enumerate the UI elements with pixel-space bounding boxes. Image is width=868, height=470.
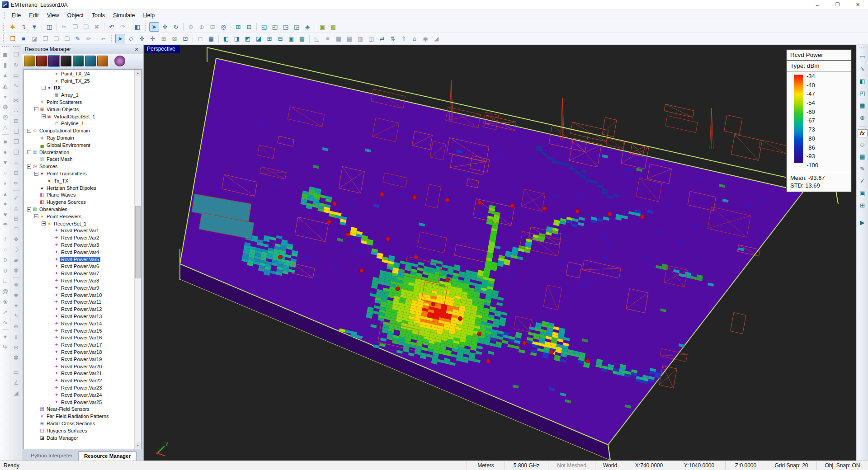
display-2-icon[interactable]: ▦	[206, 34, 216, 43]
script-window-icon[interactable]: ◧	[132, 22, 142, 32]
rotate-copy-icon[interactable]: ↻	[12, 60, 21, 70]
cone-icon[interactable]: ▲	[1, 70, 10, 80]
box-solid-icon[interactable]: ▣	[286, 34, 296, 43]
product-xf-icon[interactable]	[24, 56, 35, 66]
tree-item-label[interactable]: Rcvd Power.Var19	[60, 357, 103, 362]
tree-item-label[interactable]: Ray Domain	[45, 135, 75, 141]
tree-item-label[interactable]: Rcvd Power.Var22	[60, 378, 103, 383]
new-project-icon[interactable]: ❒	[8, 34, 18, 43]
moon-icon[interactable]: ☽	[12, 245, 21, 254]
tree-item[interactable]: ●Point_TX_24	[24, 70, 134, 77]
box-grid-icon[interactable]: ⊞	[264, 34, 274, 43]
mirror-icon[interactable]: ⋈	[12, 95, 21, 105]
tree-item[interactable]: ✦Rcvd Power.Var13	[24, 313, 134, 320]
tree-item-label[interactable]: Virtual Objects	[45, 107, 80, 112]
tree-item-label[interactable]: Point Transmitters	[45, 171, 88, 176]
tree-item[interactable]: ✦Rcvd Power.Var24	[24, 391, 134, 399]
antenna-icon[interactable]: Ψ	[1, 343, 10, 352]
tree-item[interactable]: ◰Huygens Surfaces	[24, 427, 134, 434]
terrain-icon[interactable]: ◢	[431, 34, 441, 43]
tree-item-label[interactable]: Rcvd Power.Var3	[60, 242, 100, 248]
tree-item[interactable]: ✦Rcvd Power.Var23	[24, 384, 134, 391]
orbit-icon[interactable]: ↻	[171, 22, 181, 32]
product-hub-icon[interactable]	[114, 56, 125, 66]
tree-item-label[interactable]: Rcvd Power.Var25	[60, 400, 103, 405]
oval-icon[interactable]: 0	[1, 255, 10, 265]
subtract-icon[interactable]: ⊟	[12, 214, 21, 223]
output-monitor-icon[interactable]: ▣	[858, 188, 868, 198]
tree-expander-icon[interactable]	[34, 214, 38, 218]
circle-icon[interactable]: ●	[1, 147, 10, 157]
tree-item-label[interactable]: Rcvd Power.Var14	[60, 321, 103, 326]
tree-item-label[interactable]: Observables	[38, 207, 69, 212]
tree-item[interactable]: ✦Rcvd Power.Var9	[24, 284, 134, 291]
scroll-down-icon[interactable]: ▼	[135, 442, 141, 449]
toolbar-drag-handle[interactable]	[3, 24, 5, 31]
minimize-button[interactable]: –	[807, 0, 827, 9]
tree-item-label[interactable]: Global Environment	[45, 142, 92, 148]
product-insite-icon[interactable]	[85, 56, 96, 66]
select-touch-icon[interactable]: ✜	[137, 34, 147, 43]
eraser-icon[interactable]: ◪	[29, 34, 39, 43]
triangle-icon[interactable]: ▴	[1, 189, 10, 198]
measure-icon[interactable]: ≡	[323, 34, 333, 43]
print-icon[interactable]: ◫	[44, 22, 54, 32]
tree-item-label[interactable]: Rcvd Power.Var21	[60, 371, 103, 376]
grid-toggle-icon[interactable]: ▣	[317, 22, 327, 32]
product-wind-icon[interactable]	[97, 56, 108, 66]
clipboard-3-icon[interactable]: ❏	[62, 34, 72, 43]
menu-file[interactable]: File	[8, 11, 25, 20]
material-icon[interactable]: ■	[19, 34, 28, 43]
unfold-box-icon[interactable]: ◰	[858, 88, 868, 99]
menu-object[interactable]: Object	[63, 11, 88, 20]
edit-script-icon[interactable]: ✎	[858, 163, 868, 174]
tree-item[interactable]: ✦Rcvd Power.Var7	[24, 270, 134, 277]
tree-item-label[interactable]: Rcvd Power.Var11	[60, 299, 103, 305]
tree-item-label[interactable]: Rcvd Power.Var23	[60, 385, 103, 390]
delete-icon[interactable]: ✖	[92, 22, 102, 32]
tree-item-label[interactable]: Huygens Sources	[45, 199, 87, 205]
tab-resource-manager[interactable]: Resource Manager	[78, 451, 137, 461]
tree-item-label[interactable]: Huygens Surfaces	[45, 428, 89, 433]
toolbar-drag-handle[interactable]	[13, 46, 19, 48]
corner-arrow-icon[interactable]: ↰	[12, 311, 21, 321]
calculator-icon[interactable]: ⊞	[858, 200, 868, 211]
zoom-out-icon[interactable]: ⊖	[186, 22, 196, 32]
zoom-fit-icon[interactable]: ◎	[218, 22, 228, 32]
wave-edit-icon[interactable]: ∿	[12, 81, 21, 90]
tree-item[interactable]: ✦Rcvd Power.Var17	[24, 341, 134, 348]
toolbar-drag-handle[interactable]	[111, 35, 113, 42]
tree-item[interactable]: ✦Rcvd Power.Var22	[24, 377, 134, 384]
copy-a-icon[interactable]: ❏	[12, 127, 21, 136]
tree-item-label[interactable]: Point_TX_24	[60, 71, 91, 76]
view-back-icon[interactable]: ◲	[292, 22, 302, 32]
tree-expander-icon[interactable]	[27, 150, 31, 154]
rosette-icon[interactable]: ❈	[12, 322, 21, 331]
tree-item[interactable]: ✦Rcvd Power.Var16	[24, 334, 134, 341]
ring-icon[interactable]: ○	[1, 245, 10, 254]
tree-item-label[interactable]: Discretization	[38, 150, 71, 155]
view-grid-icon[interactable]: ⊞	[233, 22, 243, 32]
toolbar-drag-handle[interactable]	[3, 35, 5, 42]
tree-item-label[interactable]: Plane Waves	[45, 192, 77, 197]
viewport-3d[interactable]: Perspective y Rcvd Power Type: dBm -34-4…	[144, 45, 856, 461]
select-icon[interactable]: ➤	[149, 22, 159, 32]
move-points-icon[interactable]: ✢	[148, 34, 158, 43]
arc-u-icon[interactable]: ∪	[1, 266, 10, 275]
tree-item-label[interactable]: Rcvd Power.Var4	[60, 249, 100, 255]
cut-icon[interactable]: ✂	[59, 22, 69, 32]
tree-item[interactable]: ●Point Receivers	[24, 213, 134, 220]
view-split-icon[interactable]: ⊟	[244, 22, 254, 32]
raise-icon[interactable]: ⇑	[399, 34, 409, 43]
tree-item[interactable]: ✦Rcvd Power.Var8	[24, 277, 134, 284]
tree-item[interactable]: ●Tx_TX	[24, 177, 134, 184]
box-cut-icon[interactable]: ◪	[254, 34, 264, 43]
umbrella-icon[interactable]: ☂	[1, 220, 10, 230]
tree-item-label[interactable]: Rcvd Power.Var5	[60, 257, 100, 262]
nodes-icon[interactable]: ∴	[12, 106, 21, 115]
slab-icon[interactable]: ▰	[12, 255, 21, 265]
view-mode-label[interactable]: Perspective	[145, 45, 180, 53]
tree-item[interactable]: ●ReceiverSet_1	[24, 220, 134, 227]
tree-expander-icon[interactable]	[27, 129, 31, 133]
ruler-tool-icon[interactable]: ▭	[858, 51, 868, 62]
